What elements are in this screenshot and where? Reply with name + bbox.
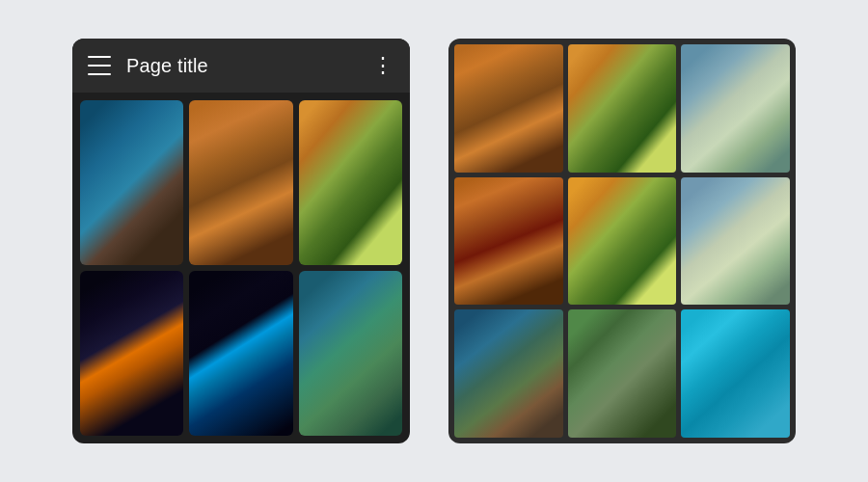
list-item[interactable] (454, 309, 563, 438)
list-item[interactable] (568, 177, 677, 306)
app-bar: Page title ⋮ (72, 39, 410, 93)
left-photo-grid (72, 93, 410, 443)
list-item[interactable] (189, 271, 292, 436)
list-item[interactable] (568, 44, 677, 173)
list-item[interactable] (568, 309, 677, 438)
page-title: Page title (126, 55, 357, 77)
left-app-panel: Page title ⋮ (72, 39, 410, 443)
list-item[interactable] (681, 44, 790, 173)
list-item[interactable] (454, 44, 563, 173)
right-photo-grid (448, 39, 796, 443)
list-item[interactable] (189, 100, 292, 265)
list-item[interactable] (681, 177, 790, 306)
list-item[interactable] (299, 271, 402, 436)
list-item[interactable] (299, 100, 402, 265)
list-item[interactable] (80, 100, 183, 265)
list-item[interactable] (681, 309, 790, 438)
list-item[interactable] (454, 177, 563, 306)
menu-icon[interactable] (88, 56, 111, 75)
list-item[interactable] (80, 271, 183, 436)
more-options-icon[interactable]: ⋮ (372, 55, 394, 76)
